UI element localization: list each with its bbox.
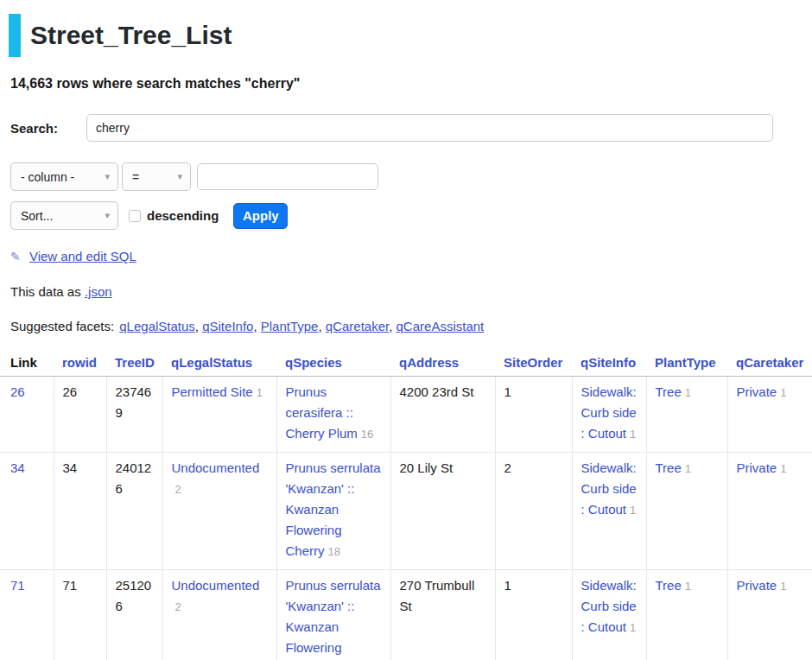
facet-count: 16	[361, 428, 373, 441]
facet-count: 1	[780, 386, 786, 399]
facet-value-link[interactable]: Prunus serrulata 'Kwanzan' :: Kwanzan Fl…	[286, 578, 381, 660]
table-row: 7171251206Undocumented2Prunus serrulata …	[0, 570, 812, 660]
facet-count: 1	[685, 580, 691, 593]
suggested-facets-label: Suggested facets:	[10, 319, 114, 333]
cell-qSpecies: Prunus cerasifera :: Cherry Plum16	[276, 377, 390, 453]
cell-qLegalStatus: Permitted Site1	[162, 377, 276, 453]
column-header-SiteOrder[interactable]: SiteOrder	[495, 352, 572, 377]
descending-label: descending	[147, 208, 219, 223]
column-header-PlantType[interactable]: PlantType	[646, 352, 727, 377]
column-header-Link: Link	[0, 352, 54, 377]
cell-PlantType: Tree1	[646, 570, 727, 660]
facet-link-qCaretaker[interactable]: qCaretaker	[326, 319, 389, 333]
facet-count: 1	[685, 386, 691, 399]
facet-link-qSiteInfo[interactable]: qSiteInfo	[202, 319, 253, 333]
sort-column-link[interactable]: qAddress	[399, 355, 459, 370]
facet-link-qCareAssistant[interactable]: qCareAssistant	[396, 319, 485, 333]
json-export-link[interactable]: .json	[85, 284, 112, 299]
facet-value-link[interactable]: Sidewalk: Curb side : Cutout	[581, 460, 637, 517]
cell-qSiteInfo: Sidewalk: Curb side : Cutout1	[572, 377, 646, 453]
facet-value-link[interactable]: Tree	[656, 578, 682, 593]
table-row: 3434240126Undocumented2Prunus serrulata …	[0, 453, 812, 570]
facet-count: 1	[685, 462, 691, 475]
facet-value-link[interactable]: Private	[737, 578, 777, 593]
column-header-rowid[interactable]: rowid	[54, 352, 106, 377]
cell-rowid: 26	[54, 377, 106, 453]
facet-value-link[interactable]: Prunus serrulata 'Kwanzan' :: Kwanzan Fl…	[286, 460, 381, 558]
sort-column-link[interactable]: SiteOrder	[504, 355, 562, 370]
sort-column-link[interactable]: TreeID	[115, 355, 155, 370]
accent-bar	[9, 14, 21, 57]
column-select-value: - column -	[21, 170, 74, 184]
row-count-summary: 14,663 rows where search matches "cherry…	[0, 76, 812, 92]
results-table: LinkrowidTreeIDqLegalStatusqSpeciesqAddr…	[0, 352, 812, 660]
cell-TreeID: 240126	[106, 453, 162, 570]
facet-count: 1	[780, 580, 786, 593]
chevron-down-icon: ▾	[105, 210, 110, 221]
facet-count: 2	[175, 600, 181, 613]
page-title: Street_Tree_List	[30, 14, 232, 57]
row-link[interactable]: 34	[10, 460, 25, 475]
cell-TreeID: 237469	[106, 377, 162, 453]
column-header-qCaretaker[interactable]: qCaretaker	[727, 352, 812, 377]
cell-qCaretaker: Private1	[727, 570, 812, 660]
chevron-down-icon: ▾	[177, 171, 182, 182]
cell-rowid: 71	[54, 570, 106, 660]
sort-column-link[interactable]: qSiteInfo	[580, 355, 636, 370]
suggested-facets-row: Suggested facets: qLegalStatus, qSiteInf…	[0, 319, 812, 333]
search-form: Search:	[0, 114, 812, 142]
filter-value-input[interactable]	[197, 163, 378, 190]
column-header-qSiteInfo[interactable]: qSiteInfo	[572, 352, 646, 377]
facet-value-link[interactable]: Private	[737, 384, 777, 399]
cell-qAddress: 4200 23rd St	[390, 377, 495, 453]
search-input[interactable]	[86, 114, 773, 142]
facet-value-link[interactable]: Sidewalk: Curb side : Cutout	[581, 578, 637, 634]
apply-button[interactable]: Apply	[233, 203, 288, 229]
chevron-down-icon: ▾	[105, 171, 110, 182]
cell-Link: 34	[0, 453, 54, 570]
row-link[interactable]: 26	[10, 384, 25, 399]
facet-count: 1	[630, 621, 636, 634]
sort-column-link[interactable]: qSpecies	[285, 355, 342, 370]
operator-select[interactable]: = ▾	[122, 162, 191, 191]
facet-value-link[interactable]: Tree	[656, 460, 682, 475]
facet-value-link[interactable]: Private	[737, 460, 777, 475]
facet-value-link[interactable]: Sidewalk: Curb side : Cutout	[581, 384, 637, 441]
sort-column-link[interactable]: qCaretaker	[736, 355, 803, 370]
facet-links: qLegalStatus, qSiteInfo, PlantType, qCar…	[119, 319, 484, 333]
cell-PlantType: Tree1	[646, 453, 727, 570]
facet-count: 1	[780, 462, 786, 475]
row-link[interactable]: 71	[10, 578, 25, 593]
data-as-label: This data as	[10, 284, 81, 299]
cell-qAddress: 270 Trumbull St	[390, 570, 495, 660]
cell-Link: 71	[0, 570, 54, 660]
column-header-qSpecies[interactable]: qSpecies	[276, 352, 390, 377]
column-header-qAddress[interactable]: qAddress	[390, 352, 495, 377]
column-header-TreeID[interactable]: TreeID	[106, 352, 162, 377]
cell-PlantType: Tree1	[646, 377, 727, 453]
cell-qLegalStatus: Undocumented2	[162, 570, 276, 660]
sort-column-link[interactable]: qLegalStatus	[171, 355, 252, 370]
view-edit-sql-link[interactable]: View and edit SQL	[29, 249, 136, 263]
column-header-qLegalStatus[interactable]: qLegalStatus	[162, 352, 276, 377]
facet-value-link[interactable]: Tree	[656, 384, 682, 399]
table-row: 2626237469Permitted Site1Prunus cerasife…	[0, 377, 812, 453]
descending-checkbox[interactable]	[129, 210, 141, 222]
cell-SiteOrder: 2	[495, 453, 572, 570]
facet-value-link[interactable]: Undocumented	[172, 460, 260, 475]
sort-column-link[interactable]: rowid	[62, 355, 97, 370]
column-select[interactable]: - column - ▾	[10, 162, 118, 191]
facet-link-qLegalStatus[interactable]: qLegalStatus	[119, 319, 195, 333]
facet-link-PlantType[interactable]: PlantType	[261, 319, 319, 333]
cell-qSiteInfo: Sidewalk: Curb side : Cutout1	[572, 453, 646, 570]
cell-qSiteInfo: Sidewalk: Curb side : Cutout1	[572, 570, 646, 660]
cell-rowid: 34	[54, 453, 106, 570]
cell-qSpecies: Prunus serrulata 'Kwanzan' :: Kwanzan Fl…	[276, 453, 390, 570]
sort-select[interactable]: Sort... ▾	[10, 201, 118, 230]
cell-SiteOrder: 1	[495, 377, 572, 453]
facet-value-link[interactable]: Undocumented	[172, 578, 260, 593]
facet-count: 18	[328, 545, 340, 558]
facet-value-link[interactable]: Prunus cerasifera :: Cherry Plum	[286, 384, 358, 441]
facet-value-link[interactable]: Permitted Site	[172, 384, 253, 399]
sort-column-link[interactable]: PlantType	[655, 355, 716, 370]
